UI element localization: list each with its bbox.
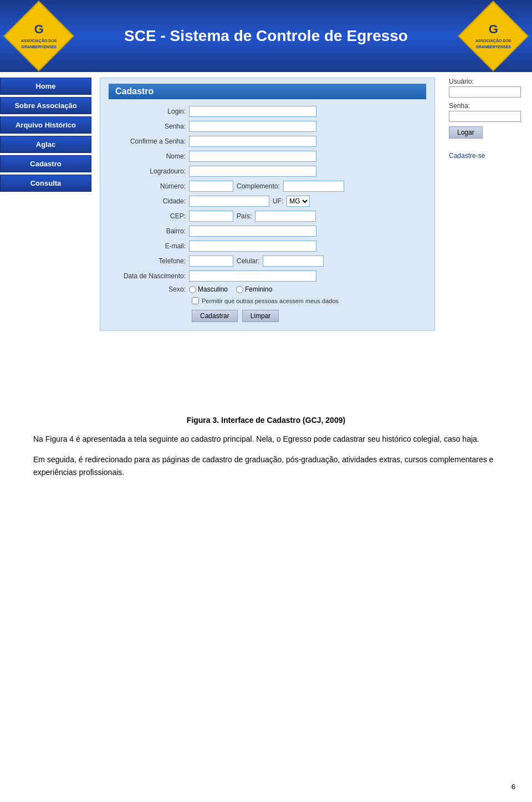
masculino-label: Masculino [198, 285, 228, 293]
senha-row: Senha: [109, 121, 426, 132]
feminino-radio[interactable] [236, 286, 243, 293]
complemento-input[interactable] [283, 181, 344, 192]
celular-label: Celular: [237, 257, 259, 265]
logradouro-row: Logradouro: [109, 166, 426, 177]
usuario-label: Usuário: [449, 78, 526, 85]
feminino-option[interactable]: Feminino [236, 285, 272, 293]
permitir-row: Permitir que outras pessoas acessem meus… [192, 297, 426, 304]
nome-label: Nome: [109, 152, 189, 160]
numero-complemento-row: Número: Complemento: [109, 181, 426, 192]
logo-right: G ASSOCIAÇÃO DOSGRANBERYENSES [466, 8, 521, 64]
login-label: Login: [109, 108, 189, 115]
cidade-input[interactable] [189, 196, 269, 207]
header: G ASSOCIAÇÃO DOSGRANBERYENSES SCE - Sist… [0, 0, 532, 72]
btn-row: Cadastrar Limpar [192, 310, 426, 322]
body-paragraph-2: Em seguida, é redirecionado para as pági… [0, 453, 532, 478]
sidebar-item-home[interactable]: Home [0, 78, 91, 95]
logo-left-text: ASSOCIAÇÃO DOSGRANBERYENSES [21, 39, 57, 49]
cidade-label: Cidade: [109, 197, 189, 205]
cadastrese-link[interactable]: Cadastre-se [449, 152, 485, 160]
cidade-uf-row: Cidade: UF: MG [109, 196, 426, 207]
cep-pais-row: CEP: País: [109, 211, 426, 222]
login-senha-input[interactable] [449, 111, 521, 122]
email-input[interactable] [189, 241, 316, 252]
logo-left: G ASSOCIAÇÃO DOSGRANBERYENSES [11, 8, 66, 64]
logradouro-input[interactable] [189, 166, 316, 177]
feminino-label: Feminino [245, 285, 272, 293]
login-input[interactable] [189, 106, 316, 117]
form-title: Cadastro [109, 84, 426, 99]
confirme-senha-row: Confirme a Senha: [109, 136, 426, 147]
figure-caption: Figura 3. Interface de Cadastro (GCJ, 20… [0, 416, 532, 425]
sidebar-item-arquivo[interactable]: Arquivo Histórico [0, 116, 91, 134]
telefone-celular-row: Telefone: Celular: [109, 256, 426, 267]
bairro-label: Bairro: [109, 227, 189, 235]
right-panel: Usuário: Senha: Logar Cadastre-se [443, 72, 532, 405]
page-number: 6 [511, 783, 515, 791]
email-row: E-mail: [109, 241, 426, 252]
nome-input[interactable] [189, 151, 316, 162]
sidebar: Home Sobre Associação Arquivo Histórico … [0, 72, 91, 405]
sidebar-item-cadastro[interactable]: Cadastro [0, 155, 91, 172]
telefone-input[interactable] [189, 256, 233, 267]
data-nasc-input[interactable] [189, 270, 316, 282]
uf-select[interactable]: MG [287, 196, 310, 207]
main-area: Home Sobre Associação Arquivo Histórico … [0, 72, 532, 405]
logo-left-g: G [21, 22, 57, 38]
uf-label: UF: [273, 197, 283, 205]
cep-label: CEP: [109, 212, 189, 220]
body-paragraph-1: Na Figura 4 é apresentada a tela seguint… [0, 433, 532, 445]
sidebar-item-sobre[interactable]: Sobre Associação [0, 97, 91, 114]
usuario-input[interactable] [449, 86, 521, 98]
pais-input[interactable] [255, 211, 316, 222]
permitir-checkbox[interactable] [192, 297, 199, 304]
logo-right-text: ASSOCIAÇÃO DOSGRANBERYENSES [475, 39, 511, 49]
data-nasc-row: Data de Nascimento: [109, 270, 426, 282]
nome-row: Nome: [109, 151, 426, 162]
limpar-button[interactable]: Limpar [242, 310, 279, 322]
login-row: Login: [109, 106, 426, 117]
email-label: E-mail: [109, 242, 189, 250]
complemento-label: Complemento: [237, 182, 280, 190]
bairro-input[interactable] [189, 226, 316, 237]
sexo-row: Sexo: Masculino Feminino [109, 285, 426, 293]
header-title: SCE - Sistema de Controle de Egresso [66, 27, 466, 45]
celular-input[interactable] [263, 256, 324, 267]
bairro-row: Bairro: [109, 226, 426, 237]
telefone-label: Telefone: [109, 257, 189, 265]
data-nasc-label: Data de Nascimento: [109, 272, 189, 280]
confirme-senha-label: Confirme a Senha: [109, 137, 189, 145]
logradouro-label: Logradouro: [109, 167, 189, 175]
masculino-option[interactable]: Masculino [189, 285, 228, 293]
permitir-label: Permitir que outras pessoas acessem meus… [202, 298, 339, 304]
logo-right-g: G [475, 22, 511, 38]
numero-input[interactable] [189, 181, 233, 192]
numero-label: Número: [109, 182, 189, 190]
pais-label: País: [237, 212, 252, 220]
cep-input[interactable] [189, 211, 233, 222]
senha-label: Senha: [109, 122, 189, 130]
cadastrar-button[interactable]: Cadastrar [192, 310, 238, 322]
form-panel: Cadastro Login: Senha: Confirme a Senha: [100, 78, 435, 331]
sexo-label: Sexo: [109, 285, 189, 293]
sidebar-item-consulta[interactable]: Consulta [0, 175, 91, 192]
logar-button[interactable]: Logar [449, 126, 483, 139]
senha-input[interactable] [189, 121, 316, 132]
masculino-radio[interactable] [189, 286, 196, 293]
content: Cadastro Login: Senha: Confirme a Senha: [91, 72, 443, 405]
confirme-senha-input[interactable] [189, 136, 316, 147]
sidebar-item-aglac[interactable]: Aglac [0, 136, 91, 153]
login-senha-label: Senha: [449, 102, 526, 110]
